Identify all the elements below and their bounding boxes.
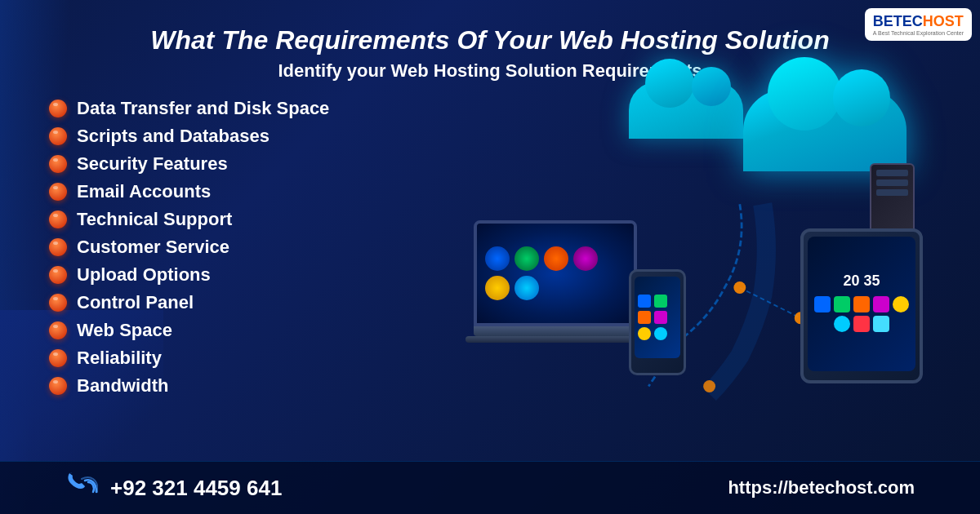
svg-point-0 [733, 282, 746, 295]
bullet-icon [49, 349, 67, 367]
list-item: Upload Options [49, 264, 441, 286]
list-item-text: Email Accounts [77, 181, 211, 202]
list-item: Control Panel [49, 292, 441, 313]
main-title: What The Requirements Of Your Web Hostin… [49, 24, 931, 55]
footer: +92 321 4459 641 https://betechost.com [0, 461, 980, 514]
smartphone-device [629, 269, 694, 375]
phone-icon [65, 471, 98, 505]
svg-point-3 [703, 380, 715, 392]
bullet-icon [49, 377, 67, 395]
bullet-icon [49, 321, 67, 339]
list-item: Security Features [49, 153, 441, 175]
list-item-text: Customer Service [77, 237, 229, 258]
cloud-small [629, 82, 743, 147]
list-item: Data Transfer and Disk Space [49, 98, 441, 119]
tablet-time-display: 20 35 [843, 273, 880, 290]
hard-drive-device [870, 163, 915, 237]
list-item-text: Upload Options [77, 264, 211, 286]
list-item: Customer Service [49, 237, 441, 258]
bullet-icon [49, 155, 67, 173]
footer-phone-section: +92 321 4459 641 [65, 471, 282, 505]
list-item-text: Technical Support [77, 209, 232, 230]
main-content: What The Requirements Of Your Web Hostin… [0, 0, 980, 441]
bullet-icon [49, 266, 67, 284]
phone-number: +92 321 4459 641 [110, 476, 282, 501]
footer-url: https://betechost.com [728, 477, 915, 498]
list-item-text: Control Panel [77, 292, 194, 313]
two-column-layout: Data Transfer and Disk Space Scripts and… [49, 98, 931, 424]
list-item: Reliability [49, 348, 441, 369]
list-item: Email Accounts [49, 181, 441, 202]
laptop-device [474, 220, 653, 343]
bullet-icon [49, 183, 67, 201]
bullet-icon [49, 294, 67, 312]
bullet-icon [49, 127, 67, 145]
list-item: Technical Support [49, 209, 441, 230]
bullet-icon [49, 210, 67, 228]
list-item-text: Scripts and Databases [77, 126, 270, 147]
list-item-text: Web Space [77, 320, 172, 341]
bullet-icon [49, 238, 67, 256]
list-item: Scripts and Databases [49, 126, 441, 147]
tablet-device: 20 35 [800, 228, 923, 383]
list-item: Bandwidth [49, 375, 441, 397]
visual-area: 20 35 [457, 98, 931, 424]
bullet-icon [49, 100, 67, 117]
list-item: Web Space [49, 320, 441, 341]
list-item-text: Data Transfer and Disk Space [77, 98, 329, 119]
list-item-text: Security Features [77, 153, 228, 175]
list-item-text: Reliability [77, 348, 162, 369]
page-container: BETECHOST A Best Technical Exploration C… [0, 0, 980, 514]
requirements-list: Data Transfer and Disk Space Scripts and… [49, 98, 441, 424]
list-item-text: Bandwidth [77, 375, 168, 397]
